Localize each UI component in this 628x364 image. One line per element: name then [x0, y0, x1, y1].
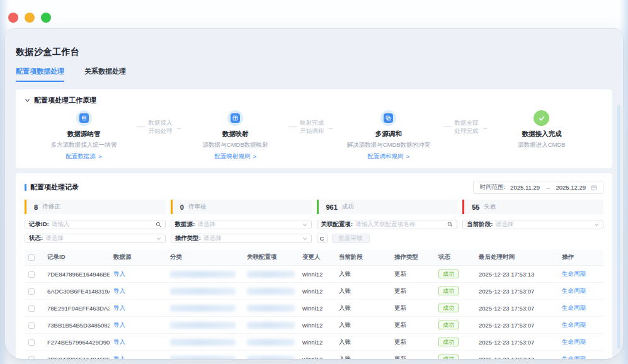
lifecycle-link[interactable]: 生命周期: [562, 338, 586, 345]
redacted-category: [170, 339, 236, 346]
row-checkbox[interactable]: [28, 271, 35, 278]
workflow-connector: 数据全部处理完成 →: [443, 119, 489, 135]
configure-mapping-rules-link[interactable]: 配置映射规则>: [215, 152, 257, 161]
operation-type-select[interactable]: 操作类型: 请选择: [171, 234, 312, 243]
lifecycle-link[interactable]: 生命周期: [562, 355, 586, 360]
record-id-search-input[interactable]: 记录ID: 请输入: [25, 220, 166, 229]
arrow-right-icon: →: [327, 123, 334, 131]
check-icon: [534, 110, 549, 126]
tab-ci-data-processing[interactable]: 配置项数据处理: [16, 67, 64, 82]
status-badge: 成功: [438, 321, 459, 329]
row-checkbox[interactable]: [28, 288, 35, 295]
stat-failed[interactable]: 55 失败: [462, 200, 603, 214]
table-row: 6ADC30B6FE4148319A... 导入 winni12 入账 更新 成…: [25, 283, 603, 300]
configure-reconcile-rules-link[interactable]: 配置调和规则>: [368, 152, 410, 161]
related-ci-search-input[interactable]: 关联配置项: 请输入关联配置项名称: [317, 220, 458, 229]
column-header[interactable]: 变更人: [299, 249, 335, 266]
window-controls: [8, 13, 51, 23]
record-id: 7DE847896E164946BEA...: [47, 271, 110, 278]
table-row: 78E291F04EFF463DA31... 导入 winni12 入账 更新 …: [25, 300, 603, 317]
row-checkbox[interactable]: [28, 322, 35, 329]
stat-success[interactable]: 961 成功: [317, 200, 458, 214]
column-header[interactable]: 数据源: [110, 249, 166, 266]
data-source-link[interactable]: 导入: [113, 287, 125, 294]
time-range-start: 2025.11.29: [510, 184, 540, 191]
data-source-select[interactable]: 数据源: 请选择: [171, 220, 312, 229]
chevron-right-icon: >: [406, 153, 410, 160]
batch-review-button[interactable]: 批量审核: [332, 234, 370, 243]
chevron-down-icon: [594, 222, 599, 227]
column-header[interactable]: 最后处理时间: [475, 249, 558, 266]
column-header[interactable]: 操作: [558, 249, 603, 266]
status-select[interactable]: 状态: 请选择: [25, 234, 166, 243]
lifecycle-link[interactable]: 生命周期: [562, 321, 586, 328]
redacted-category: [170, 288, 236, 295]
last-processed-time: 2025-12-23 17:53:07: [479, 339, 534, 346]
operation-type: 更新: [394, 287, 406, 294]
redacted-related-ci: [247, 288, 295, 295]
row-checkbox[interactable]: [28, 339, 35, 346]
lifecycle-link[interactable]: 生命周期: [562, 304, 586, 311]
workflow-steps: 数据源纳管 多方源数据接入统一纳管 配置数据源> 数据接入开始处理 → 数据映射: [25, 105, 603, 161]
time-range-label: 时间范围:: [479, 183, 505, 191]
last-processed-time: 2025-12-23 17:53:13: [479, 271, 534, 278]
data-source-link[interactable]: 导入: [113, 270, 125, 277]
records-panel: 配置项处理记录 时间范围: 2025.11.29 → 2025.12.29 8 …: [16, 173, 612, 359]
data-source-link[interactable]: 导入: [113, 338, 125, 345]
column-header[interactable]: 操作类型: [391, 249, 435, 266]
record-id: F274BE579964429D90F...: [47, 339, 110, 346]
data-source-link[interactable]: 导入: [113, 355, 125, 360]
column-header[interactable]: 记录ID: [43, 249, 110, 266]
lifecycle-link[interactable]: 生命周期: [562, 287, 586, 294]
data-source-link[interactable]: 导入: [113, 321, 125, 328]
row-checkbox[interactable]: [28, 356, 35, 359]
changer: winni12: [302, 322, 323, 329]
status-badge: 成功: [438, 338, 459, 346]
data-source-link[interactable]: 导入: [113, 304, 125, 311]
workflow-step-reconcile: 多源调和 解决源数据与CMDB数据的冲突 配置调和规则>: [347, 110, 430, 161]
operation-type: 更新: [394, 304, 406, 311]
workflow-title: 配置项处理工作原理: [34, 96, 96, 105]
step-subtitle: 源数据进入CMDB: [518, 141, 565, 149]
refresh-button[interactable]: C: [317, 234, 328, 243]
close-window-button[interactable]: [8, 13, 18, 23]
row-checkbox[interactable]: [28, 305, 35, 312]
chevron-down-icon: [302, 222, 307, 227]
collapse-chevron-icon[interactable]: [25, 98, 30, 103]
column-header[interactable]: 关联配置项: [243, 249, 299, 266]
page-title: 数据沙盒工作台: [16, 47, 612, 58]
mapping-icon: [227, 110, 243, 126]
minimize-window-button[interactable]: [25, 13, 35, 23]
section-accent-bar: [25, 184, 26, 191]
time-range-picker[interactable]: 时间范围: 2025.11.29 → 2025.12.29: [473, 181, 603, 194]
current-stage-select[interactable]: 当前阶段: 请选择: [462, 220, 603, 229]
stat-pending-review[interactable]: 0 待审核: [171, 200, 312, 214]
records-title: 配置项处理记录: [30, 183, 79, 192]
operation-type: 更新: [394, 321, 406, 328]
lifecycle-link[interactable]: 生命周期: [562, 270, 586, 277]
filter-bar: 记录ID: 请输入 数据源: 请选择 关联配置项: 请输入关联配置项名称 当前阶…: [25, 220, 603, 243]
scrollbar[interactable]: [617, 105, 620, 349]
stat-pending-fix[interactable]: 8 待修正: [25, 200, 166, 214]
workflow-connector: 映射完成开始调和 →: [288, 119, 334, 135]
configure-data-source-link[interactable]: 配置数据源>: [66, 152, 101, 161]
select-all-checkbox[interactable]: [28, 254, 35, 261]
filter-actions: C 批量审核: [317, 234, 458, 243]
dash-icon: [443, 127, 452, 127]
column-header[interactable]: 当前阶段: [335, 249, 391, 266]
redacted-category: [170, 271, 236, 278]
redacted-related-ci: [247, 305, 295, 312]
current-stage: 入账: [339, 321, 351, 328]
column-header[interactable]: 分类: [166, 249, 243, 266]
tab-relation-data-processing[interactable]: 关系数据处理: [84, 67, 126, 82]
workflow-step-source: 数据源纳管 多方源数据接入统一纳管 配置数据源>: [43, 110, 124, 161]
column-header[interactable]: 状态: [435, 249, 475, 266]
table-row: 7DE847896E164946BEA... 导入 winni12 入账 更新 …: [25, 351, 603, 360]
time-range-end: 2025.12.29: [556, 184, 586, 191]
operation-type: 更新: [394, 355, 406, 360]
step-subtitle: 解决源数据与CMDB数据的冲突: [347, 141, 430, 149]
table-body: 7DE847896E164946BEA... 导入 winni12 入账 更新 …: [25, 266, 603, 360]
zoom-window-button[interactable]: [41, 13, 51, 23]
table-row: 7DE847896E164946BEA... 导入 winni12 入账 更新 …: [25, 266, 603, 283]
redacted-category: [170, 356, 236, 359]
